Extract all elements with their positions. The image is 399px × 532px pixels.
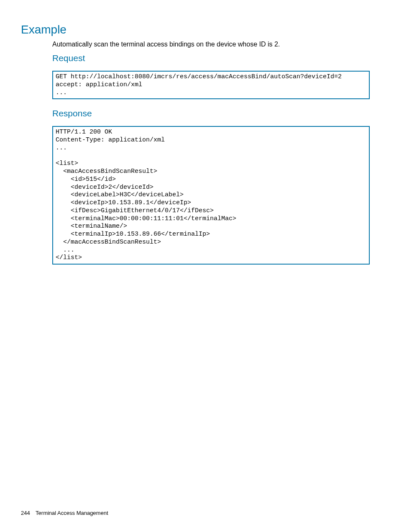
heading-response: Response	[52, 108, 370, 118]
heading-request: Request	[52, 53, 370, 63]
intro-text: Automatically scan the terminal access b…	[52, 41, 370, 48]
chapter-title: Terminal Access Management	[36, 510, 108, 516]
request-code-block: GET http://localhost:8080/imcrs/res/acce…	[52, 71, 370, 99]
page-number: 244	[21, 510, 30, 516]
heading-example: Example	[21, 23, 370, 36]
response-code-block: HTTP/1.1 200 OK Content-Type: applicatio…	[52, 126, 370, 265]
page-footer: 244 Terminal Access Management	[21, 510, 108, 516]
